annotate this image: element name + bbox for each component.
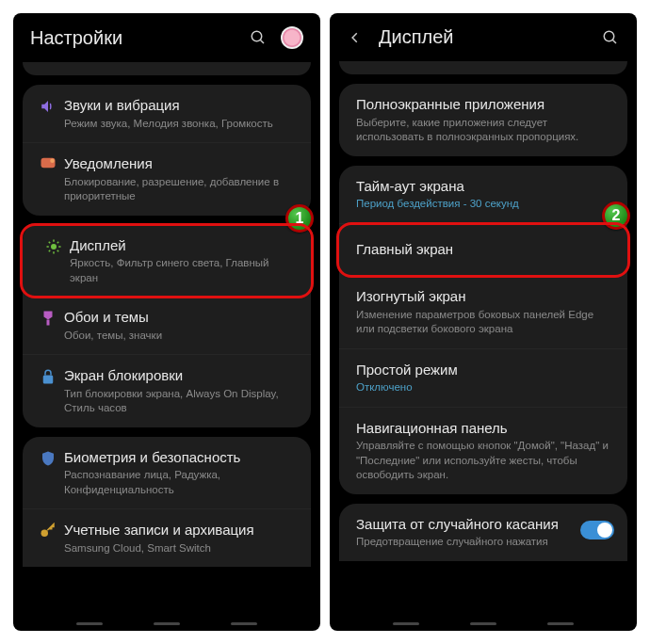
svg-rect-14 bbox=[43, 376, 54, 384]
display-icon bbox=[38, 236, 70, 255]
svg-point-0 bbox=[252, 31, 262, 41]
title: Полноэкранные приложения bbox=[356, 95, 614, 114]
item-navigation-bar[interactable]: Навигационная панель Управляйте с помощь… bbox=[339, 408, 627, 494]
title: Биометрия и безопасность bbox=[64, 448, 298, 467]
item-screen-timeout[interactable]: Тайм-аут экрана Период бездействия - 30 … bbox=[339, 166, 627, 224]
card: Биометрия и безопасность Распознавание л… bbox=[23, 437, 311, 568]
nav-bar bbox=[330, 620, 637, 631]
subtitle: Управляйте с помощью кнопок "Домой", "На… bbox=[356, 439, 614, 483]
title: Простой режим bbox=[356, 361, 614, 379]
page-title: Настройки bbox=[30, 27, 239, 49]
display-list: Полноэкранные приложения Выберите, какие… bbox=[330, 61, 637, 620]
display-screen: Дисплей Полноэкранные приложения Выберит… bbox=[330, 13, 637, 631]
item-home-screen[interactable]: Главный экран bbox=[336, 222, 630, 279]
title: Главный экран bbox=[356, 240, 612, 259]
subtitle: Обои, темы, значки bbox=[64, 329, 298, 344]
avatar[interactable] bbox=[281, 26, 303, 49]
shield-icon bbox=[32, 448, 64, 467]
nav-bar bbox=[13, 620, 320, 631]
title: Уведомления bbox=[64, 154, 298, 173]
svg-point-3 bbox=[50, 159, 55, 164]
search-icon[interactable] bbox=[601, 28, 620, 47]
item-display[interactable]: Дисплей Яркость, Фильтр синего света, Гл… bbox=[20, 223, 314, 299]
title: Экран блокировки bbox=[64, 366, 298, 385]
title: Навигационная панель bbox=[356, 419, 614, 438]
notification-icon bbox=[32, 154, 64, 169]
search-icon[interactable] bbox=[249, 28, 268, 47]
item-easy-mode[interactable]: Простой режим Отключено bbox=[339, 349, 627, 408]
sound-icon bbox=[32, 96, 64, 115]
subtitle: Период бездействия - 30 секунд bbox=[356, 197, 614, 212]
svg-line-9 bbox=[49, 241, 51, 243]
item-fullscreen-apps[interactable]: Полноэкранные приложения Выберите, какие… bbox=[339, 84, 627, 156]
wallpaper-icon bbox=[32, 308, 64, 327]
subtitle: Изменение параметров боковых панелей Edg… bbox=[356, 308, 614, 337]
subtitle: Яркость, Фильтр синего света, Главный эк… bbox=[70, 256, 296, 285]
svg-line-12 bbox=[57, 241, 59, 243]
back-icon[interactable] bbox=[347, 29, 364, 46]
card-partial bbox=[339, 61, 627, 74]
item-notifications[interactable]: Уведомления Блокирование, разрешение, до… bbox=[23, 143, 311, 216]
svg-line-17 bbox=[612, 40, 616, 43]
subtitle: Режим звука, Мелодия звонка, Громкость bbox=[64, 117, 298, 132]
svg-point-4 bbox=[51, 244, 57, 250]
svg-rect-13 bbox=[47, 320, 50, 326]
card-partial bbox=[23, 62, 311, 75]
page-title: Дисплей bbox=[379, 26, 592, 48]
settings-screen: Настройки Звуки и вибрация Режим звука, … bbox=[13, 13, 320, 631]
subtitle: Тип блокировки экрана, Always On Display… bbox=[64, 387, 298, 416]
title: Защита от случайного касания bbox=[356, 515, 571, 534]
title: Изогнутый экран bbox=[356, 287, 614, 306]
card: Защита от случайного касания Предотвраще… bbox=[339, 504, 627, 561]
svg-point-16 bbox=[604, 31, 614, 41]
item-accidental-touch[interactable]: Защита от случайного касания Предотвраще… bbox=[339, 504, 627, 561]
title: Тайм-аут экрана bbox=[356, 177, 614, 196]
header: Дисплей bbox=[330, 13, 637, 61]
svg-line-10 bbox=[57, 250, 59, 251]
title: Учетные записи и архивация bbox=[64, 521, 298, 539]
svg-line-1 bbox=[260, 40, 264, 43]
title: Дисплей bbox=[70, 236, 296, 255]
subtitle: Samsung Cloud, Smart Switch bbox=[64, 541, 298, 556]
header: Настройки bbox=[13, 13, 320, 62]
title: Обои и темы bbox=[64, 308, 298, 327]
subtitle: Блокирование, разрешение, добавление в п… bbox=[64, 175, 298, 204]
subtitle: Распознавание лица, Радужка, Конфиденциа… bbox=[64, 468, 298, 497]
title: Звуки и вибрация bbox=[64, 96, 298, 115]
item-lockscreen[interactable]: Экран блокировки Тип блокировки экрана, … bbox=[23, 355, 311, 427]
card: Звуки и вибрация Режим звука, Мелодия зв… bbox=[23, 85, 311, 216]
lock-icon bbox=[32, 366, 64, 385]
card: Полноэкранные приложения Выберите, какие… bbox=[339, 84, 627, 156]
toggle-switch[interactable] bbox=[580, 521, 614, 539]
subtitle: Отключено bbox=[356, 380, 614, 395]
card: 1 Дисплей Яркость, Фильтр синего света, … bbox=[23, 223, 311, 427]
svg-line-11 bbox=[49, 250, 51, 251]
item-wallpaper[interactable]: Обои и темы Обои, темы, значки bbox=[23, 297, 311, 355]
card: 2 Тайм-аут экрана Период бездействия - 3… bbox=[339, 166, 627, 494]
item-biometrics[interactable]: Биометрия и безопасность Распознавание л… bbox=[23, 437, 311, 510]
item-edge-screen[interactable]: Изогнутый экран Изменение параметров бок… bbox=[339, 276, 627, 349]
item-sounds[interactable]: Звуки и вибрация Режим звука, Мелодия зв… bbox=[23, 85, 311, 143]
subtitle: Выберите, какие приложения следует испол… bbox=[356, 116, 614, 145]
settings-list: Звуки и вибрация Режим звука, Мелодия зв… bbox=[13, 62, 320, 620]
key-icon bbox=[32, 521, 64, 539]
item-accounts[interactable]: Учетные записи и архивация Samsung Cloud… bbox=[23, 509, 311, 567]
svg-point-15 bbox=[41, 530, 49, 538]
subtitle: Предотвращение случайного нажатия bbox=[356, 535, 571, 550]
